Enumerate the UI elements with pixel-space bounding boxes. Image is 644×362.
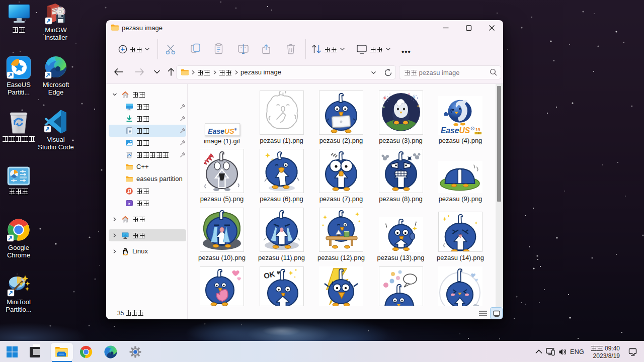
svg-text:R: R <box>472 127 473 130</box>
svg-text:YEARS: YEARS <box>475 132 481 134</box>
svg-text:OK: OK <box>263 269 276 280</box>
svg-text:EaseUS: EaseUS <box>441 126 470 135</box>
